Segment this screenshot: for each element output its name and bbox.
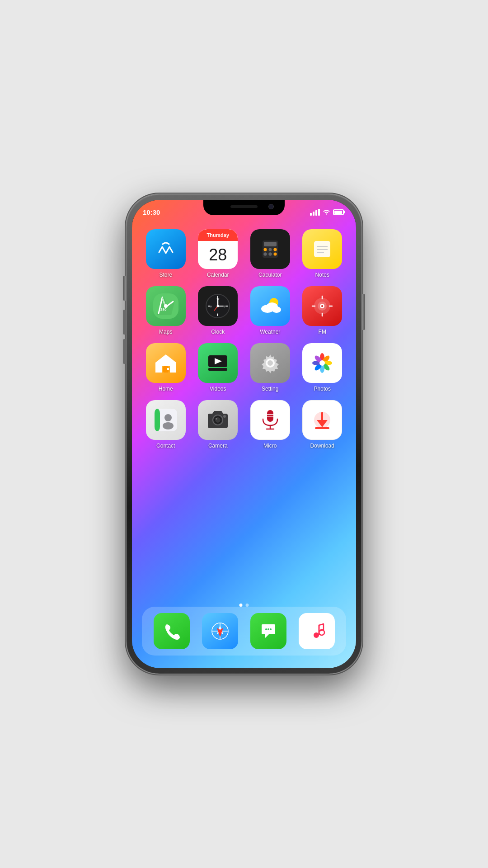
svg-point-8 (273, 253, 277, 256)
svg-point-2 (263, 248, 267, 251)
app-calendar-label: Calendar (207, 272, 229, 278)
svg-point-69 (216, 418, 217, 420)
signal-icon (310, 209, 320, 216)
app-home-label: Home (159, 386, 173, 392)
app-fm-label: FM (319, 329, 326, 335)
app-setting-label: Setting (262, 386, 278, 392)
calendar-day: 28 (209, 245, 227, 264)
app-micro-label: Micro (263, 443, 277, 449)
app-store[interactable]: Store (142, 229, 190, 278)
svg-point-84 (265, 628, 267, 630)
svg-point-70 (223, 415, 226, 418)
svg-point-86 (270, 628, 272, 630)
app-home[interactable]: Home (142, 343, 190, 392)
svg-point-36 (272, 307, 281, 313)
svg-point-65 (163, 422, 174, 429)
app-contact[interactable]: Contact (142, 400, 190, 449)
dock-safari[interactable] (202, 613, 238, 649)
page-indicator (239, 604, 249, 607)
app-calculator-label: Caculator (258, 272, 282, 278)
page-dot-1 (239, 604, 243, 607)
svg-point-61 (319, 360, 325, 366)
svg-rect-63 (155, 409, 160, 431)
app-calendar[interactable]: Thursday 28 Calendar (194, 229, 242, 278)
app-fm[interactable]: FM (299, 286, 347, 335)
svg-point-87 (314, 632, 319, 638)
app-camera-label: Camera (208, 443, 228, 449)
dock (142, 607, 346, 656)
svg-point-3 (268, 248, 272, 251)
app-notes[interactable]: Notes (299, 229, 347, 278)
svg-rect-47 (167, 368, 169, 370)
app-setting[interactable]: Setting (246, 343, 294, 392)
app-download-label: Download (310, 443, 334, 449)
app-contact-label: Contact (156, 443, 175, 449)
app-videos[interactable]: Videos (194, 343, 242, 392)
app-micro[interactable]: Micro (246, 400, 294, 449)
app-store-label: Store (159, 272, 172, 278)
app-notes-label: Notes (315, 272, 329, 278)
app-download[interactable]: Download (299, 400, 347, 449)
wifi-icon (323, 209, 330, 215)
app-camera[interactable]: Camera (194, 400, 242, 449)
app-photos[interactable]: Photos (299, 343, 347, 392)
svg-point-10 (268, 253, 272, 256)
svg-rect-1 (264, 242, 277, 246)
app-photos-label: Photos (314, 386, 331, 392)
app-maps[interactable]: 280 Maps (142, 286, 190, 335)
app-weather[interactable]: Weather (246, 286, 294, 335)
dock-messages[interactable] (250, 613, 286, 649)
svg-point-44 (321, 305, 323, 307)
phone-frame: 10:30 (127, 194, 361, 674)
svg-point-32 (217, 305, 219, 307)
status-time: 10:30 (143, 208, 160, 216)
speaker (230, 205, 258, 208)
front-camera (268, 204, 274, 209)
app-clock-label: Clock (211, 329, 225, 335)
svg-rect-71 (267, 410, 273, 422)
svg-point-85 (267, 628, 269, 630)
svg-point-9 (263, 253, 267, 256)
dock-music[interactable] (299, 613, 335, 649)
app-weather-label: Weather (260, 329, 280, 335)
app-clock[interactable]: 12 3 6 9 Clock (194, 286, 242, 335)
calendar-day-name: Thursday (206, 232, 229, 238)
app-grid: Store Thursday 28 Calendar (132, 225, 356, 453)
page-dot-2 (246, 604, 249, 607)
status-icons (310, 209, 345, 216)
dock-phone[interactable] (154, 613, 190, 649)
screen: 10:30 (132, 200, 356, 668)
app-maps-label: Maps (159, 329, 172, 335)
battery-icon (333, 209, 345, 215)
svg-text:280: 280 (160, 307, 167, 311)
svg-point-7 (273, 248, 277, 251)
svg-rect-50 (208, 368, 227, 371)
phone-inner: 10:30 (132, 200, 356, 668)
svg-point-64 (164, 414, 172, 421)
app-videos-label: Videos (210, 386, 226, 392)
notch (203, 200, 285, 215)
app-calculator[interactable]: Caculator (246, 229, 294, 278)
